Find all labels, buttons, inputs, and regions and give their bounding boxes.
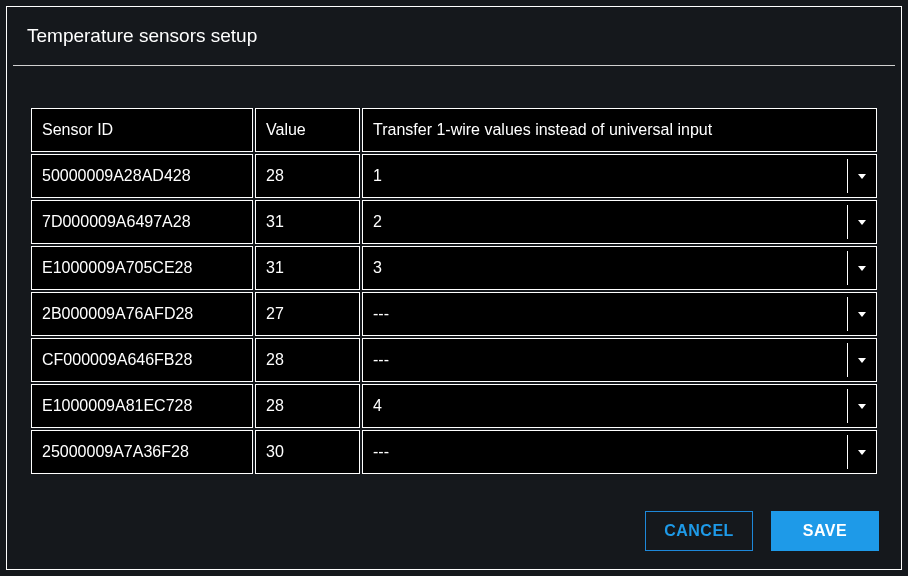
cell-transfer: ---	[362, 292, 877, 336]
table-row: CF000009A646FB2828---	[31, 338, 877, 382]
cell-sensor-id: E1000009A705CE28	[31, 246, 253, 290]
transfer-select-value: ---	[363, 293, 846, 335]
dialog-title: Temperature sensors setup	[7, 7, 901, 65]
table-row: 7D000009A6497A28312	[31, 200, 877, 244]
chevron-down-icon	[858, 404, 866, 409]
dialog-content: Sensor ID Value Transfer 1-wire values i…	[7, 66, 901, 476]
cell-transfer: 2	[362, 200, 877, 244]
cell-transfer: ---	[362, 430, 877, 474]
cell-sensor-id: 50000009A28AD428	[31, 154, 253, 198]
table-row: 50000009A28AD428281	[31, 154, 877, 198]
cell-transfer: 1	[362, 154, 877, 198]
cell-sensor-id: 25000009A7A36F28	[31, 430, 253, 474]
transfer-select-caret[interactable]	[846, 293, 876, 335]
header-transfer: Transfer 1-wire values instead of univer…	[362, 108, 877, 152]
table-row: E1000009A81EC728284	[31, 384, 877, 428]
transfer-select-value: 2	[363, 201, 846, 243]
transfer-select-caret[interactable]	[846, 155, 876, 197]
chevron-down-icon	[858, 450, 866, 455]
cell-sensor-id: E1000009A81EC728	[31, 384, 253, 428]
chevron-down-icon	[858, 312, 866, 317]
cell-sensor-id: 7D000009A6497A28	[31, 200, 253, 244]
cell-value: 31	[255, 200, 360, 244]
chevron-down-icon	[858, 174, 866, 179]
table-row: 25000009A7A36F2830---	[31, 430, 877, 474]
dialog: Temperature sensors setup Sensor ID Valu…	[6, 6, 902, 570]
cell-transfer: 3	[362, 246, 877, 290]
chevron-down-icon	[858, 266, 866, 271]
header-value: Value	[255, 108, 360, 152]
cell-transfer: ---	[362, 338, 877, 382]
transfer-select[interactable]: ---	[363, 339, 876, 381]
transfer-select-caret[interactable]	[846, 385, 876, 427]
transfer-select[interactable]: 2	[363, 201, 876, 243]
cancel-button[interactable]: CANCEL	[645, 511, 753, 551]
transfer-select[interactable]: 1	[363, 155, 876, 197]
cell-transfer: 4	[362, 384, 877, 428]
transfer-select-caret[interactable]	[846, 339, 876, 381]
save-button[interactable]: SAVE	[771, 511, 879, 551]
cell-value: 27	[255, 292, 360, 336]
transfer-select-value: 1	[363, 155, 846, 197]
cell-value: 28	[255, 384, 360, 428]
transfer-select[interactable]: ---	[363, 431, 876, 473]
table-row: E1000009A705CE28313	[31, 246, 877, 290]
table-header-row: Sensor ID Value Transfer 1-wire values i…	[31, 108, 877, 152]
cell-sensor-id: 2B000009A76AFD28	[31, 292, 253, 336]
transfer-select-value: 3	[363, 247, 846, 289]
transfer-select[interactable]: ---	[363, 293, 876, 335]
chevron-down-icon	[858, 220, 866, 225]
cell-value: 30	[255, 430, 360, 474]
header-sensor-id: Sensor ID	[31, 108, 253, 152]
sensors-table: Sensor ID Value Transfer 1-wire values i…	[29, 106, 879, 476]
dialog-footer: CANCEL SAVE	[645, 511, 879, 551]
transfer-select-value: 4	[363, 385, 846, 427]
table-row: 2B000009A76AFD2827---	[31, 292, 877, 336]
transfer-select-caret[interactable]	[846, 247, 876, 289]
transfer-select-caret[interactable]	[846, 201, 876, 243]
cell-value: 31	[255, 246, 360, 290]
transfer-select-value: ---	[363, 431, 846, 473]
transfer-select-caret[interactable]	[846, 431, 876, 473]
transfer-select[interactable]: 3	[363, 247, 876, 289]
transfer-select-value: ---	[363, 339, 846, 381]
transfer-select[interactable]: 4	[363, 385, 876, 427]
cell-value: 28	[255, 154, 360, 198]
cell-sensor-id: CF000009A646FB28	[31, 338, 253, 382]
chevron-down-icon	[858, 358, 866, 363]
cell-value: 28	[255, 338, 360, 382]
